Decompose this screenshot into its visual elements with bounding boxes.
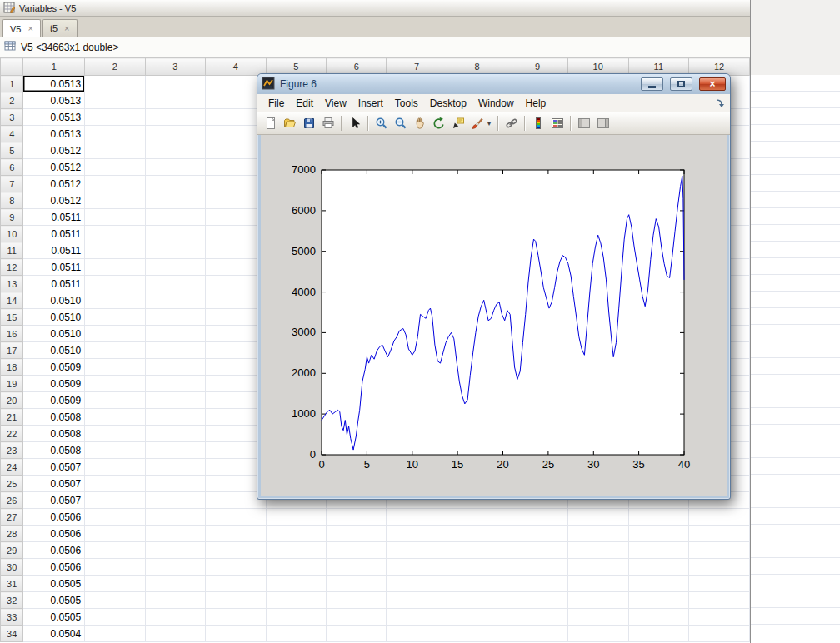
cell[interactable]: 0.0507 bbox=[23, 492, 85, 509]
cell[interactable]: 0.0506 bbox=[23, 559, 85, 576]
row-header[interactable]: 26 bbox=[1, 492, 23, 509]
row-header[interactable]: 12 bbox=[1, 259, 23, 276]
cell[interactable] bbox=[85, 459, 145, 476]
cell[interactable] bbox=[85, 342, 145, 359]
cell[interactable] bbox=[387, 592, 447, 609]
cell[interactable] bbox=[145, 359, 205, 376]
cell[interactable] bbox=[689, 509, 750, 526]
cell[interactable] bbox=[85, 226, 145, 242]
row-header[interactable]: 24 bbox=[1, 459, 23, 476]
row-header[interactable]: 18 bbox=[1, 359, 23, 376]
insert-legend-icon[interactable] bbox=[548, 115, 566, 132]
zoom-in-icon[interactable] bbox=[372, 115, 390, 132]
cell[interactable] bbox=[145, 376, 205, 392]
menu-tools[interactable]: Tools bbox=[389, 96, 424, 111]
menu-window[interactable]: Window bbox=[472, 96, 520, 111]
cell[interactable]: 0.0505 bbox=[23, 576, 85, 592]
cell[interactable] bbox=[85, 192, 145, 209]
brush-dropdown-icon[interactable]: ▾ bbox=[485, 115, 493, 132]
cell[interactable] bbox=[568, 559, 628, 576]
cell[interactable]: 0.0512 bbox=[23, 142, 85, 159]
cell[interactable] bbox=[447, 526, 507, 542]
row-header[interactable]: 9 bbox=[1, 209, 23, 226]
cell[interactable]: 0.0504 bbox=[23, 626, 85, 642]
cell[interactable] bbox=[145, 509, 205, 526]
cell[interactable]: 0.0507 bbox=[23, 459, 85, 476]
cell[interactable] bbox=[206, 626, 266, 642]
row-header[interactable]: 8 bbox=[1, 192, 23, 209]
cell[interactable] bbox=[508, 509, 568, 526]
cell[interactable] bbox=[327, 559, 387, 576]
cell[interactable] bbox=[447, 592, 507, 609]
zoom-out-icon[interactable] bbox=[392, 115, 409, 132]
cell[interactable]: 0.0509 bbox=[23, 359, 85, 376]
cell[interactable] bbox=[266, 576, 326, 592]
cell[interactable] bbox=[85, 576, 145, 592]
link-plot-icon[interactable] bbox=[502, 115, 520, 132]
cell[interactable] bbox=[387, 509, 447, 526]
cell[interactable] bbox=[266, 509, 326, 526]
cell[interactable] bbox=[689, 626, 750, 642]
cell[interactable] bbox=[447, 626, 507, 642]
cell[interactable]: 0.0508 bbox=[23, 409, 85, 426]
cell[interactable] bbox=[145, 76, 205, 92]
cell[interactable]: 0.0506 bbox=[23, 526, 85, 542]
cell[interactable] bbox=[327, 526, 387, 542]
cell[interactable] bbox=[145, 226, 205, 242]
cell[interactable] bbox=[145, 292, 205, 309]
cell[interactable]: 0.0508 bbox=[23, 426, 85, 442]
cell[interactable] bbox=[85, 409, 145, 426]
cell[interactable]: 0.0510 bbox=[23, 292, 85, 309]
cell[interactable] bbox=[145, 159, 205, 176]
menu-insert[interactable]: Insert bbox=[352, 96, 389, 111]
row-header[interactable]: 21 bbox=[1, 409, 23, 426]
menu-desktop[interactable]: Desktop bbox=[424, 96, 472, 111]
cell[interactable] bbox=[508, 592, 568, 609]
cell[interactable] bbox=[508, 542, 568, 559]
cell[interactable] bbox=[568, 609, 628, 626]
cell[interactable] bbox=[689, 559, 750, 576]
cell[interactable] bbox=[628, 542, 689, 559]
cell[interactable] bbox=[206, 542, 266, 559]
cell[interactable]: 0.0505 bbox=[23, 609, 85, 626]
cell[interactable] bbox=[85, 609, 145, 626]
cell[interactable] bbox=[85, 526, 145, 542]
cell[interactable] bbox=[447, 542, 507, 559]
cell[interactable] bbox=[85, 442, 145, 459]
row-header[interactable]: 28 bbox=[1, 526, 23, 542]
cell[interactable] bbox=[85, 209, 145, 226]
cell[interactable] bbox=[327, 576, 387, 592]
close-button[interactable]: × bbox=[699, 77, 726, 91]
cell[interactable] bbox=[447, 559, 507, 576]
cell[interactable] bbox=[327, 542, 387, 559]
row-header[interactable]: 5 bbox=[1, 142, 23, 159]
cell[interactable] bbox=[568, 542, 628, 559]
row-header[interactable]: 20 bbox=[1, 392, 23, 409]
cell[interactable] bbox=[85, 392, 145, 409]
row-header[interactable]: 16 bbox=[1, 326, 23, 342]
cell[interactable] bbox=[387, 609, 447, 626]
minimize-button[interactable] bbox=[641, 77, 663, 91]
close-tab-icon[interactable]: × bbox=[28, 24, 32, 33]
cell[interactable]: 0.0512 bbox=[23, 159, 85, 176]
column-header[interactable]: 4 bbox=[206, 58, 266, 76]
cell[interactable]: 0.0512 bbox=[23, 192, 85, 209]
row-header[interactable]: 34 bbox=[1, 626, 23, 642]
cell[interactable] bbox=[327, 609, 387, 626]
cell[interactable] bbox=[266, 592, 326, 609]
cell[interactable] bbox=[85, 492, 145, 509]
cell[interactable] bbox=[447, 509, 507, 526]
cell[interactable]: 0.0511 bbox=[23, 209, 85, 226]
cell[interactable] bbox=[327, 592, 387, 609]
cell[interactable] bbox=[568, 509, 628, 526]
row-header[interactable]: 7 bbox=[1, 176, 23, 192]
tab-v5[interactable]: V5× bbox=[2, 19, 41, 37]
cell[interactable] bbox=[628, 609, 689, 626]
cell[interactable] bbox=[689, 542, 750, 559]
cell[interactable] bbox=[145, 392, 205, 409]
row-header[interactable]: 17 bbox=[1, 342, 23, 359]
cell[interactable] bbox=[387, 626, 447, 642]
cell[interactable] bbox=[689, 576, 750, 592]
cell[interactable] bbox=[628, 592, 689, 609]
cell[interactable] bbox=[85, 159, 145, 176]
